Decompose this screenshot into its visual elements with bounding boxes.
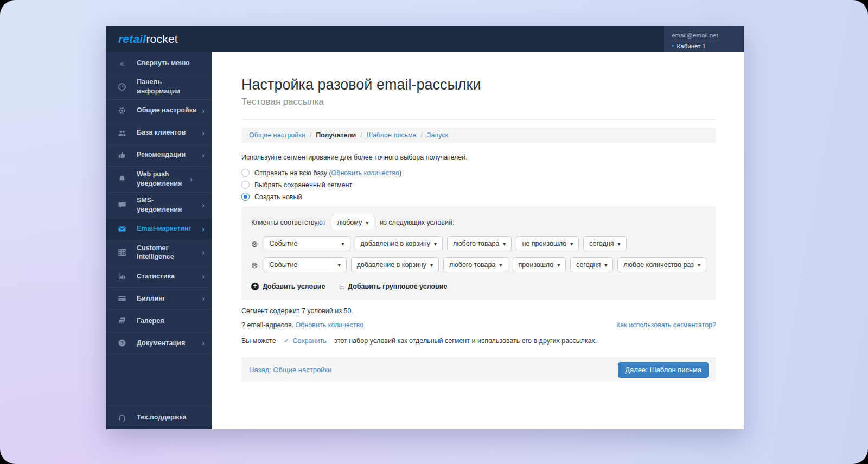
question-circle-icon: ? xyxy=(117,339,127,347)
caret-down-icon: ▾ xyxy=(338,262,341,268)
remove-condition-icon[interactable]: ⊗ xyxy=(251,240,258,248)
sidebar-item-customer-intelligence[interactable]: Customer Intelligence › xyxy=(106,240,212,266)
occurrence-dropdown[interactable]: не произошло▾ xyxy=(516,236,579,251)
condition-type-dropdown[interactable]: Событие▾ xyxy=(264,236,350,251)
period-dropdown[interactable]: сегодня▾ xyxy=(570,257,613,272)
page-subtitle: Тестовая рассылка xyxy=(241,97,716,107)
sidebar-item-label: Биллинг xyxy=(137,294,199,303)
retailrocket-logo: retailrocket xyxy=(106,33,212,46)
sidebar-item-label: Общие настройки xyxy=(137,106,199,115)
check-icon: ✓ xyxy=(284,336,290,345)
main-content: Настройка разовой email-рассылки Тестова… xyxy=(212,52,744,429)
save-segment-button[interactable]: ✓ Сохранить xyxy=(284,336,327,345)
sidebar-item-label: Свернуть меню xyxy=(137,59,205,68)
bell-icon xyxy=(117,175,127,183)
logo-part-retail: retail xyxy=(118,33,146,45)
radio-circle[interactable] xyxy=(241,169,250,177)
match-type-dropdown[interactable]: любому ▾ xyxy=(331,215,374,230)
radio-create-new[interactable]: Создать новый xyxy=(241,193,716,201)
sidebar-item-tech-support[interactable]: Тех.поддержка xyxy=(106,405,212,429)
sidebar-item-label: Статистика xyxy=(137,272,199,281)
sidebar-item-label: Тех.поддержка xyxy=(137,413,205,422)
next-step-button[interactable]: Далее: Шаблон письма xyxy=(618,362,709,378)
collapse-menu-icon: « xyxy=(117,59,127,68)
thumbs-up-icon xyxy=(117,151,127,160)
sidebar-item-label: Документация xyxy=(137,339,199,348)
radio-send-to-all[interactable]: Отправить на всю базу (Обновить количест… xyxy=(241,169,716,177)
refresh-count-link[interactable]: Обновить количество xyxy=(331,169,400,177)
sidebar-item-client-base[interactable]: База клиентов › xyxy=(106,122,212,144)
builder-actions: + Добавить условие ≡ Добавить групповое … xyxy=(251,282,706,291)
match-rule-row: Клиенты соответствуют любому ▾ из следую… xyxy=(251,215,706,230)
sidebar-item-web-push[interactable]: Web push уведомления › xyxy=(106,167,212,193)
cabinet-selector[interactable]: • Кабинет 1 xyxy=(672,42,735,49)
sidebar-item-label: Рекомендации xyxy=(137,150,199,160)
chevron-right-icon: › xyxy=(202,225,205,233)
chart-icon xyxy=(117,272,127,281)
sidebar-item-statistics[interactable]: Статистика › xyxy=(106,265,212,288)
sidebar-item-dashboard[interactable]: Панель информации xyxy=(106,74,212,100)
svg-text:?: ? xyxy=(120,340,124,346)
caret-down-icon: ▾ xyxy=(570,241,573,247)
add-condition-button[interactable]: + Добавить условие xyxy=(251,283,325,290)
chat-bubble-icon xyxy=(117,201,127,209)
occurrence-dropdown[interactable]: произошло▾ xyxy=(513,257,566,272)
sidebar-item-sms[interactable]: SMS-уведомления › xyxy=(106,193,212,218)
chevron-right-icon: › xyxy=(202,248,205,257)
refresh-count-link[interactable]: Обновить количество xyxy=(296,321,364,329)
period-dropdown[interactable]: сегодня▾ xyxy=(583,236,626,251)
radio-circle[interactable] xyxy=(241,181,250,189)
chevron-right-icon: › xyxy=(202,106,205,115)
frequency-dropdown[interactable]: любое количество раз▾ xyxy=(617,257,706,272)
sidebar-item-gallery[interactable]: Галерея xyxy=(106,310,212,332)
sidebar-item-general-settings[interactable]: Общие настройки › xyxy=(106,100,212,122)
segmentator-help-link[interactable]: Как использовать сегментатор? xyxy=(616,321,716,329)
breadcrumb-email-template[interactable]: Шаблон письма xyxy=(367,131,417,139)
sidebar-item-billing[interactable]: Биллинг › xyxy=(106,288,212,310)
email-count-text: ? email-адресов. Обновить количество xyxy=(241,321,363,329)
credit-card-icon xyxy=(117,294,127,303)
recipient-options: Отправить на всю базу (Обновить количест… xyxy=(241,169,716,201)
remove-condition-icon[interactable]: ⊗ xyxy=(251,261,258,269)
event-dropdown[interactable]: добавление в корзину▾ xyxy=(355,236,443,251)
product-dropdown[interactable]: любого товара▾ xyxy=(443,257,508,272)
sidebar-item-email-marketing[interactable]: Email-маркетинг › xyxy=(106,218,212,240)
radio-circle-checked[interactable] xyxy=(241,193,250,201)
desktop-background: retailrocket email@email.net • Кабинет 1… xyxy=(0,0,868,464)
radio-label: Отправить на всю базу (Обновить количест… xyxy=(254,169,401,177)
account-widget[interactable]: email@email.net • Кабинет 1 xyxy=(664,26,744,52)
sidebar-item-collapse-menu[interactable]: « Свернуть меню xyxy=(106,52,212,74)
sidebar-item-label: SMS-уведомления xyxy=(137,196,199,214)
sidebar-item-label: Галерея xyxy=(137,316,205,326)
breadcrumb-launch[interactable]: Запуск xyxy=(427,131,448,139)
chevron-right-icon: › xyxy=(202,201,205,209)
back-link[interactable]: Назад: Общие настройки xyxy=(249,366,331,374)
group-lines-icon: ≡ xyxy=(339,282,344,291)
sidebar-item-label: Панель информации xyxy=(137,78,205,96)
account-email[interactable]: email@email.net xyxy=(672,32,718,40)
caret-down-icon: ▾ xyxy=(434,241,437,247)
chevron-right-icon: › xyxy=(202,151,205,160)
grid-table-icon xyxy=(117,248,127,257)
caret-down-icon: ▾ xyxy=(342,241,344,247)
cabinet-label: Кабинет 1 xyxy=(677,43,706,49)
chevron-right-icon: › xyxy=(202,294,205,303)
caret-down-icon: ▾ xyxy=(430,262,433,268)
save-suffix-text: этот набор условий как отдельный сегмент… xyxy=(334,337,597,345)
breadcrumb-separator: / xyxy=(360,131,362,139)
caret-down-icon: ▾ xyxy=(499,262,502,268)
product-dropdown[interactable]: любого товара▾ xyxy=(447,236,512,251)
event-dropdown[interactable]: добавление в корзину▾ xyxy=(351,257,439,272)
radio-saved-segment[interactable]: Выбрать сохраненный сегмент xyxy=(241,181,716,189)
sidebar-item-recommendations[interactable]: Рекомендации › xyxy=(106,144,212,167)
page-title: Настройка разовой email-рассылки xyxy=(241,76,716,93)
sidebar-item-documentation[interactable]: ? Документация › xyxy=(106,332,212,354)
caret-down-icon: ▾ xyxy=(366,220,368,226)
breadcrumb-general-settings[interactable]: Общие настройки xyxy=(249,131,305,139)
caret-down-icon: ▾ xyxy=(698,262,700,268)
add-group-condition-button[interactable]: ≡ Добавить групповое условие xyxy=(339,282,447,291)
condition-row: ⊗ Событие▾ добавление в корзину▾ любого … xyxy=(251,236,706,251)
segmentation-intro-text: Используйте сегментирование для более то… xyxy=(241,154,716,161)
email-count-row: ? email-адресов. Обновить количество Как… xyxy=(241,321,716,329)
condition-type-dropdown[interactable]: Событие▾ xyxy=(264,257,347,272)
